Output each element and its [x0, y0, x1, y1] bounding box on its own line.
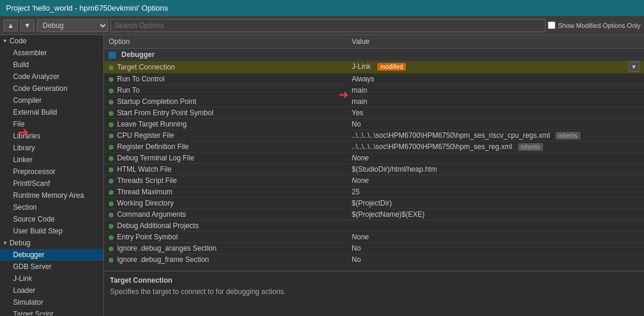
row-dot-icon	[109, 179, 113, 184]
row-dot-icon	[109, 77, 113, 82]
sidebar-item-section[interactable]: Section	[0, 201, 103, 213]
sidebar-item-source-code[interactable]: Source Code	[0, 213, 103, 225]
config-select[interactable]: Debug	[37, 19, 108, 32]
row-dot-icon	[109, 89, 113, 93]
value-debug-terminal-log: None	[347, 153, 644, 164]
value-thread-maximum: 25	[347, 187, 644, 198]
option-register-definition-file: Register Definition File	[104, 141, 347, 153]
search-input[interactable]	[111, 19, 545, 32]
sidebar-item-code-analyzer[interactable]: Code Analyzer	[0, 71, 103, 83]
table-row[interactable]: Thread Maximum 25	[104, 187, 644, 198]
option-run-to-control: Run To Control	[104, 74, 347, 85]
up-button[interactable]: ▲	[4, 20, 18, 31]
value-entry-point-symbol: None	[347, 232, 644, 243]
description-title: Target Connection	[110, 276, 638, 285]
sidebar-section-code-label: Code	[10, 37, 27, 45]
table-row[interactable]: Entry Point Symbol None	[104, 232, 644, 243]
option-ignore-debug-frame: Ignore .debug_frame Section	[104, 254, 347, 266]
table-row[interactable]: Working Directory $(ProjectDir)	[104, 198, 644, 209]
table-row[interactable]: Threads Script File None	[104, 175, 644, 187]
row-dot-icon	[109, 168, 113, 172]
sidebar-item-jlink[interactable]: J-Link	[0, 273, 103, 285]
inherits-badge-2: inherits	[518, 143, 543, 151]
value-start-from-entry: Yes	[347, 108, 644, 119]
sidebar-section-code[interactable]: ▼ Code	[0, 35, 103, 47]
target-connection-dropdown[interactable]: ▼	[629, 61, 639, 72]
row-dot-icon	[109, 122, 113, 127]
sidebar-item-loader[interactable]: Loader	[0, 285, 103, 296]
sidebar-item-debugger[interactable]: Debugger	[0, 249, 103, 261]
sidebar-item-target-script[interactable]: Target Script	[0, 308, 103, 315]
table-row[interactable]: Target Connection J-Link modified ▼	[104, 61, 644, 74]
sidebar-item-preprocessor[interactable]: Preprocessor	[0, 166, 103, 178]
table-row[interactable]: HTML Watch File $(StudioDir)/html/heap.h…	[104, 164, 644, 175]
table-row[interactable]: CPU Register File ..\..\..\..\soc\HPM670…	[104, 130, 644, 141]
row-dot-icon	[109, 145, 113, 150]
show-modified-label: Show Modified Options Only	[548, 21, 640, 29]
table-row[interactable]: Leave Target Running No	[104, 119, 644, 130]
debug-arrow-icon: ▼	[2, 240, 8, 246]
table-row[interactable]: Startup Completion Point main	[104, 96, 644, 108]
value-ignore-debug-aranges: No	[347, 243, 644, 254]
sidebar-item-simulator[interactable]: Simulator	[0, 296, 103, 308]
option-run-to: Run To	[104, 85, 347, 96]
option-leave-target-running: Leave Target Running	[104, 119, 347, 130]
table-row[interactable]: Ignore .debug_aranges Section No	[104, 243, 644, 254]
content-area: Option Value Debugger	[104, 35, 644, 315]
sidebar-item-user-build-step[interactable]: User Build Step	[0, 225, 103, 237]
options-table-container: Option Value Debugger	[104, 35, 644, 271]
sidebar-section-debug[interactable]: ▼ Debug	[0, 237, 103, 249]
sidebar-item-code-generation[interactable]: Code Generation	[0, 83, 103, 94]
sidebar-item-compiler[interactable]: Compiler	[0, 94, 103, 106]
main-layout: ▼ Code Assembler Build Code Analyzer Cod…	[0, 35, 644, 315]
row-dot-icon	[109, 100, 113, 105]
sidebar-item-libraries[interactable]: Libraries	[0, 130, 103, 142]
value-debug-additional-projects	[347, 220, 644, 232]
title-bar: Project 'hello_world - hpm6750evkmini' O…	[0, 0, 644, 16]
value-run-to-control: Always	[347, 74, 644, 85]
debug-items: Debugger GDB Server J-Link Loader Simula…	[0, 249, 103, 315]
sidebar-item-assembler[interactable]: Assembler	[0, 47, 103, 59]
sidebar-item-library[interactable]: Library	[0, 142, 103, 154]
sidebar-item-printf-scanf[interactable]: Printf/Scanf	[0, 178, 103, 189]
row-dot-icon	[109, 134, 113, 138]
show-modified-checkbox[interactable]	[548, 21, 555, 29]
row-dot-icon	[109, 111, 113, 116]
sidebar-item-gdb-server[interactable]: GDB Server	[0, 261, 103, 273]
row-dot-icon	[109, 213, 113, 217]
sidebar: ▼ Code Assembler Build Code Analyzer Cod…	[0, 35, 104, 315]
option-thread-maximum: Thread Maximum	[104, 187, 347, 198]
option-debug-terminal-log: Debug Terminal Log File	[104, 153, 347, 164]
row-dot-icon	[109, 190, 113, 195]
sidebar-item-build[interactable]: Build	[0, 59, 103, 71]
option-target-connection: Target Connection	[104, 61, 347, 74]
sidebar-item-runtime-memory-area[interactable]: Runtime Memory Area	[0, 189, 103, 201]
sidebar-item-external-build[interactable]: External Build	[0, 106, 103, 118]
table-row[interactable]: Run To Control Always	[104, 74, 644, 85]
row-dot-icon	[109, 201, 113, 206]
value-ignore-debug-frame: No	[347, 254, 644, 266]
table-row[interactable]: Command Arguments $(ProjectName)$(EXE)	[104, 209, 644, 220]
table-row[interactable]: Register Definition File ..\..\..\..\soc…	[104, 141, 644, 153]
row-dot-icon	[109, 235, 113, 240]
value-run-to: main	[347, 85, 644, 96]
description-panel: Target Connection Specifies the target t…	[104, 271, 644, 315]
option-command-arguments: Command Arguments	[104, 209, 347, 220]
sidebar-item-linker[interactable]: Linker	[0, 154, 103, 166]
option-startup-completion-point: Startup Completion Point	[104, 96, 347, 108]
header-value: Value	[347, 35, 644, 49]
sidebar-section-debug-label: Debug	[10, 239, 30, 247]
section-icon	[109, 52, 116, 59]
toolbar: ▲ ▼ Debug Show Modified Options Only	[0, 16, 644, 35]
option-html-watch: HTML Watch File	[104, 164, 347, 175]
table-row[interactable]: Debug Additional Projects	[104, 220, 644, 232]
table-row[interactable]: Start From Entry Point Symbol Yes	[104, 108, 644, 119]
table-row[interactable]: Run To main	[104, 85, 644, 96]
down-button[interactable]: ▼	[20, 20, 34, 31]
inherits-badge: inherits	[555, 132, 580, 140]
table-row[interactable]: Ignore .debug_frame Section No	[104, 254, 644, 266]
table-row[interactable]: Debug Terminal Log File None	[104, 153, 644, 164]
sidebar-item-file[interactable]: File	[0, 118, 103, 130]
value-threads-script: None	[347, 175, 644, 187]
value-register-definition-file: ..\..\..\..\soc\HPM6700\HPM6750\hpm_ses_…	[347, 141, 644, 153]
